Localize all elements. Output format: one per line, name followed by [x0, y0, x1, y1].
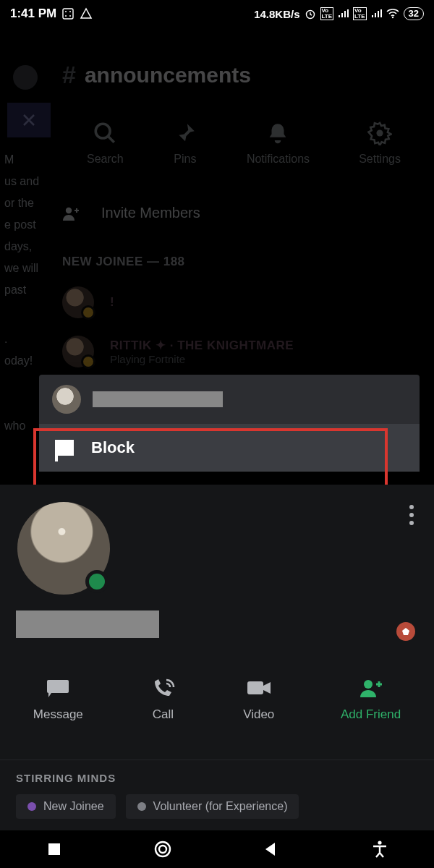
- channel-name: announcements: [85, 63, 251, 88]
- pins-tool[interactable]: Pins: [173, 121, 197, 166]
- svg-rect-0: [63, 9, 73, 19]
- redacted-username: [93, 391, 223, 407]
- member-row[interactable]: !: [62, 286, 425, 318]
- context-menu-header: [39, 375, 420, 424]
- invite-icon: [62, 205, 81, 221]
- svg-point-2: [69, 11, 71, 12]
- more-options-button[interactable]: [409, 505, 414, 525]
- svg-point-12: [364, 680, 373, 689]
- volte-icon-1: VoLTE: [320, 7, 334, 20]
- member-name: RITTIK ✦ · THE KNIGHTMARE: [110, 338, 294, 353]
- network-speed: 14.8KB/s: [254, 8, 299, 20]
- hash-icon: #: [62, 61, 76, 89]
- svg-point-9: [66, 207, 72, 213]
- user-profile-sheet: Message Call Video Add Friend STIRRING M…: [0, 485, 434, 868]
- add-friend-action[interactable]: Add Friend: [341, 677, 401, 722]
- battery-indicator: 32: [404, 7, 424, 20]
- member-avatar: [62, 336, 94, 367]
- volte-icon-2: VoLTE: [353, 7, 367, 20]
- call-icon: [149, 677, 176, 699]
- user-context-menu: Block: [39, 375, 420, 472]
- redacted-profile-name: [16, 610, 159, 638]
- warning-icon: [80, 7, 93, 20]
- recents-button[interactable]: [45, 840, 64, 859]
- role-color-dot: [27, 802, 36, 811]
- clock: 1:41 PM: [10, 7, 56, 21]
- channel-details-panel: # announcements Search Pins Notification…: [62, 61, 425, 367]
- search-icon: [93, 121, 117, 145]
- search-tool[interactable]: Search: [87, 121, 124, 166]
- message-action[interactable]: Message: [33, 677, 83, 722]
- svg-point-7: [96, 124, 111, 138]
- signal-icon-1: [338, 9, 349, 18]
- status-bar: 1:41 PM 14.8KB/s VoLTE VoLTE 32: [0, 0, 434, 27]
- context-avatar: [52, 385, 81, 414]
- hypesquad-badge: [396, 622, 415, 641]
- svg-point-3: [65, 15, 67, 17]
- block-label: Block: [91, 438, 135, 457]
- accessibility-button[interactable]: [370, 840, 389, 859]
- settings-tool[interactable]: Settings: [359, 121, 401, 166]
- pin-icon: [173, 121, 197, 145]
- alarm-icon: [305, 8, 316, 20]
- notifications-tool[interactable]: Notifications: [247, 121, 310, 166]
- invite-label: Invite Members: [101, 205, 200, 221]
- svg-point-15: [159, 846, 166, 853]
- role-color-dot: [137, 802, 146, 811]
- app-icon-1: [62, 8, 74, 20]
- android-nav-bar: [0, 830, 434, 868]
- svg-rect-11: [247, 681, 263, 694]
- svg-point-4: [69, 15, 71, 17]
- close-button[interactable]: [7, 103, 51, 137]
- profile-avatar[interactable]: [17, 502, 110, 595]
- bell-icon: [265, 121, 290, 145]
- home-button[interactable]: [153, 840, 172, 859]
- member-row[interactable]: RITTIK ✦ · THE KNIGHTMARE Playing Fortni…: [62, 336, 425, 367]
- member-name: !: [110, 295, 114, 310]
- role-section-header: NEW JOINEE — 188: [62, 255, 425, 269]
- add-friend-icon: [357, 677, 385, 699]
- block-menu-item[interactable]: Block: [39, 424, 420, 472]
- svg-rect-10: [47, 680, 69, 693]
- video-action[interactable]: Video: [243, 677, 274, 722]
- svg-point-8: [376, 129, 383, 136]
- flag-icon: [55, 440, 74, 456]
- gear-icon: [367, 121, 392, 145]
- back-button[interactable]: [262, 840, 281, 859]
- user-silhouette-icon: [13, 65, 38, 90]
- online-status-dot: [85, 570, 109, 593]
- server-name-label: STIRRING MINDS: [16, 772, 418, 784]
- role-chip[interactable]: Volunteer (for Experience): [126, 794, 299, 819]
- svg-rect-13: [48, 843, 60, 855]
- svg-point-16: [378, 841, 381, 844]
- member-avatar: [62, 286, 94, 318]
- video-icon: [245, 677, 273, 699]
- member-activity: Playing Fortnite: [110, 353, 294, 365]
- message-icon: [44, 677, 72, 699]
- wifi-icon: [386, 9, 399, 19]
- call-action[interactable]: Call: [149, 677, 176, 722]
- invite-members-row[interactable]: Invite Members: [62, 205, 425, 221]
- channel-title: # announcements: [62, 61, 425, 89]
- svg-point-14: [156, 842, 170, 856]
- role-chip[interactable]: New Joinee: [16, 794, 116, 819]
- signal-icon-2: [371, 9, 382, 18]
- svg-point-1: [65, 11, 67, 12]
- svg-point-6: [391, 17, 393, 18]
